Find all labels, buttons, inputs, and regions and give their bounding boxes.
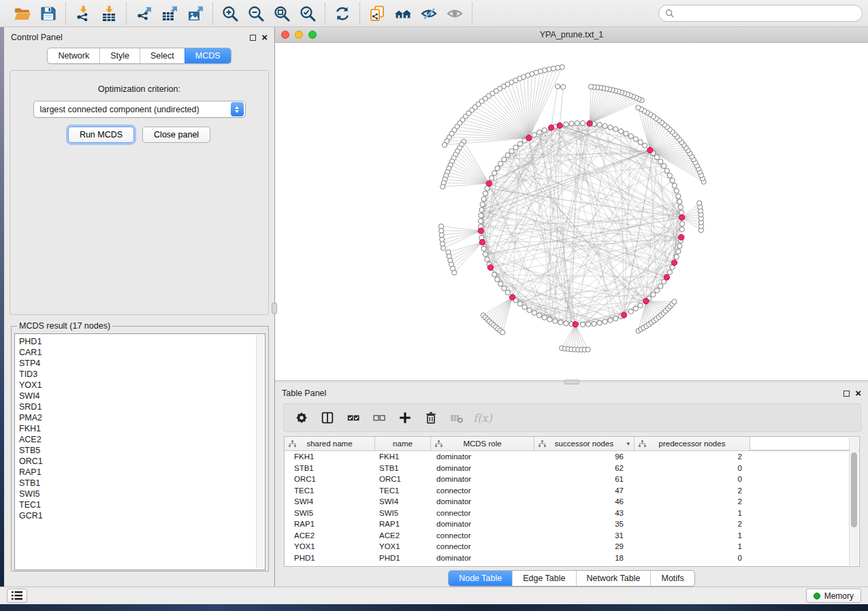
- refresh-layout-button[interactable]: [329, 3, 355, 24]
- export-network-button[interactable]: [131, 3, 157, 24]
- deselect-all-button[interactable]: [370, 408, 389, 428]
- list-scrollbar[interactable]: [256, 335, 264, 569]
- column-header-name[interactable]: name: [375, 437, 431, 450]
- delete-columns-button[interactable]: [421, 408, 440, 428]
- list-item[interactable]: SWI4: [19, 391, 265, 401]
- import-table-button[interactable]: [96, 3, 122, 24]
- list-item[interactable]: PMA2: [19, 412, 265, 423]
- vertical-splitter-handle[interactable]: [272, 303, 277, 314]
- column-header-successor-nodes[interactable]: successor nodes▾: [534, 437, 634, 450]
- list-item[interactable]: PHD1: [19, 336, 265, 347]
- memory-button[interactable]: Memory: [806, 589, 861, 603]
- first-neighbors-button[interactable]: [390, 3, 416, 24]
- search-input[interactable]: [678, 9, 856, 18]
- hierarchy-icon: [639, 440, 646, 448]
- close-panel-icon[interactable]: ×: [261, 34, 268, 41]
- list-item[interactable]: CAR1: [19, 347, 265, 358]
- network-window-titlebar[interactable]: YPA_prune.txt_1: [275, 27, 868, 43]
- open-file-button[interactable]: [10, 3, 35, 24]
- column-header-predecessor-nodes[interactable]: predecessor nodes: [634, 437, 750, 450]
- network-node: [633, 137, 638, 142]
- optimization-criterion-select[interactable]: largest connected component (undirected): [33, 101, 246, 118]
- export-table-button[interactable]: [157, 3, 182, 24]
- table-row[interactable]: RAP1RAP1dominator352: [285, 518, 859, 530]
- save-session-button[interactable]: [35, 3, 61, 24]
- table-scrollbar[interactable]: [849, 437, 858, 565]
- import-network-button[interactable]: [70, 3, 96, 24]
- network-node: [676, 194, 681, 199]
- network-node: [558, 320, 563, 325]
- list-item[interactable]: TID3: [19, 369, 265, 380]
- zoom-selected-button[interactable]: [295, 3, 321, 24]
- run-mcds-button[interactable]: Run MCDS: [68, 127, 134, 143]
- tab-network-table[interactable]: Network Table: [576, 571, 651, 586]
- table-scrollbar-thumb[interactable]: [851, 452, 857, 527]
- network-canvas[interactable]: [275, 43, 867, 380]
- column-header-mcds-role[interactable]: MCDS role: [431, 437, 534, 450]
- tab-motifs[interactable]: Motifs: [650, 571, 694, 586]
- list-icon: [12, 591, 22, 600]
- optimization-criterion-value: largest connected component (undirected): [34, 105, 231, 114]
- network-node: [638, 139, 643, 144]
- tab-edge-table[interactable]: Edge Table: [512, 571, 575, 586]
- zoom-fit-button[interactable]: [269, 3, 295, 24]
- table-row[interactable]: ACE2ACE2connector311: [285, 530, 859, 542]
- network-node: [509, 149, 514, 154]
- table-row[interactable]: TEC1TEC1connector472: [285, 485, 859, 497]
- tab-select[interactable]: Select: [140, 48, 184, 63]
- float-panel-icon[interactable]: [843, 391, 850, 397]
- table-row[interactable]: SWI4SWI4dominator462: [285, 496, 859, 508]
- table-row[interactable]: YOX1YOX1connector291: [285, 541, 859, 552]
- horizontal-splitter[interactable]: [275, 381, 868, 383]
- fx-icon: f(x): [473, 412, 492, 425]
- list-item[interactable]: SRD1: [19, 401, 265, 412]
- show-all-button[interactable]: [442, 3, 468, 24]
- close-panel-button[interactable]: Close panel: [142, 127, 210, 143]
- network-node: [517, 142, 522, 146]
- list-item[interactable]: YOX1: [19, 380, 265, 391]
- toggle-columns-button[interactable]: [318, 408, 337, 428]
- horizontal-splitter-handle[interactable]: [564, 380, 579, 384]
- table-row[interactable]: SWI5SWI5connector431: [285, 508, 859, 519]
- table-row[interactable]: STB1STB1dominator620: [285, 463, 859, 474]
- optimization-criterion-label: Optimization criterion:: [10, 84, 268, 94]
- list-item[interactable]: TEC1: [19, 499, 265, 510]
- list-item[interactable]: ORC1: [19, 456, 265, 467]
- network-node: [537, 130, 542, 135]
- toolbar-group-view: [360, 3, 472, 24]
- list-item[interactable]: RAP1: [19, 467, 265, 478]
- float-panel-icon[interactable]: [250, 35, 256, 41]
- close-panel-icon[interactable]: ×: [855, 390, 861, 397]
- table-settings-button[interactable]: [292, 408, 311, 428]
- global-search[interactable]: [658, 5, 863, 22]
- export-image-button[interactable]: [182, 3, 208, 24]
- list-item[interactable]: SWI5: [19, 489, 265, 499]
- column-header-shared-name[interactable]: shared name: [285, 437, 375, 450]
- hide-selected-button[interactable]: [416, 3, 442, 24]
- clone-network-button[interactable]: [364, 3, 390, 24]
- list-item[interactable]: GCR1: [19, 510, 265, 521]
- tab-style[interactable]: Style: [99, 48, 140, 63]
- list-item[interactable]: STB5: [19, 445, 265, 456]
- table-row[interactable]: ORC1ORC1dominator610: [285, 474, 859, 485]
- network-node: [602, 124, 607, 129]
- checked-boxes-icon: [346, 410, 361, 425]
- list-item[interactable]: FKH1: [19, 423, 265, 434]
- tab-network[interactable]: Network: [48, 48, 99, 63]
- network-node: [517, 301, 522, 306]
- network-node: [608, 318, 613, 323]
- table-row[interactable]: FKH1FKH1dominator962: [285, 451, 859, 463]
- delete-table-icon: [449, 410, 464, 425]
- add-column-button[interactable]: [396, 408, 415, 428]
- dominator-node: [647, 148, 653, 153]
- list-item[interactable]: ACE2: [19, 434, 265, 445]
- table-row[interactable]: PHD1PHD1dominator180: [285, 552, 859, 564]
- select-all-button[interactable]: [344, 408, 363, 428]
- tab-node-table[interactable]: Node Table: [449, 571, 512, 586]
- list-item[interactable]: STP4: [19, 358, 265, 369]
- tab-mcds[interactable]: MCDS: [184, 48, 231, 63]
- zoom-in-button[interactable]: [217, 3, 243, 24]
- list-item[interactable]: STB1: [19, 478, 265, 489]
- task-history-button[interactable]: [7, 589, 27, 603]
- zoom-out-button[interactable]: [243, 3, 269, 24]
